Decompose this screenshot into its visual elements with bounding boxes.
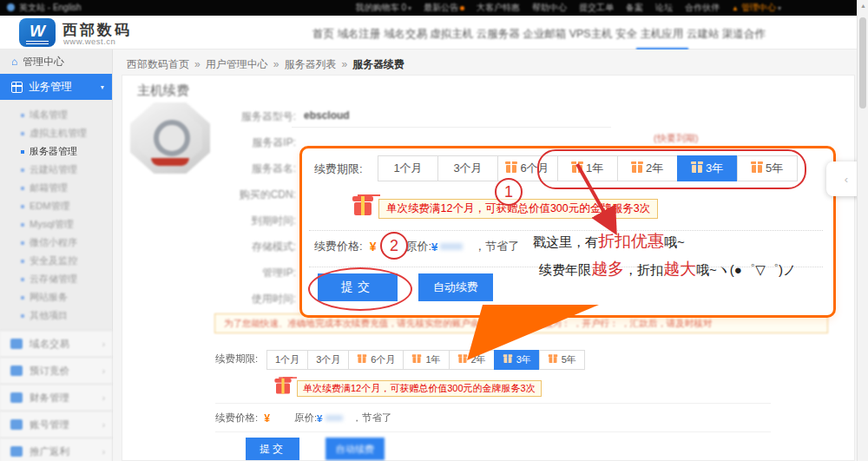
period-option-3year-selected[interactable]: 3年 bbox=[494, 350, 540, 370]
topbar-link-icp[interactable]: 备案 bbox=[626, 2, 643, 14]
sidebar-section-domain-trade[interactable]: 域名交易› bbox=[0, 330, 112, 357]
sidebar-item-server-active[interactable]: 服务器管理 bbox=[0, 142, 112, 161]
topbar-link-forum[interactable]: 论坛 bbox=[655, 2, 673, 14]
period-label: 续费期限: bbox=[314, 161, 363, 177]
nav-domain-trade[interactable]: 域名交易 bbox=[384, 27, 427, 42]
chevron-down-icon: ▾ bbox=[101, 83, 104, 91]
site-switch-label: 英文站 - English bbox=[19, 3, 82, 12]
gift-icon bbox=[503, 357, 511, 363]
step-1-badge: 1 bbox=[495, 178, 523, 206]
bullet-icon bbox=[21, 187, 24, 190]
west-logo[interactable]: W bbox=[19, 18, 56, 47]
nav-enterprise-mail[interactable]: 企业邮箱 bbox=[523, 27, 566, 42]
field-label-expiry: 到期时间: bbox=[211, 214, 296, 228]
chevron-right-icon: › bbox=[102, 420, 105, 430]
topbar-link-deals[interactable]: 大客户特惠 bbox=[477, 2, 520, 14]
topbar-link-partners[interactable]: 合作伙伴 bbox=[685, 2, 720, 14]
promo-text-small: 单次续费满12个月，可获赠总价值300元的金牌服务3次 bbox=[297, 380, 542, 397]
page-title: 主机续费 bbox=[137, 82, 189, 99]
topbar-link-help[interactable]: 帮助中心 bbox=[532, 2, 567, 14]
breadcrumb-home[interactable]: 西部数码首页 bbox=[127, 58, 189, 70]
sidebar-item-security-monitor[interactable]: 安全及监控 bbox=[0, 252, 112, 270]
nav-channel[interactable]: 渠道合作 bbox=[722, 27, 766, 42]
nav-domain-register[interactable]: 域名注册 bbox=[337, 27, 380, 42]
site-header: W 西部数码 www.west.cn 首页 域名注册 域名交易 虚拟主机 云服务… bbox=[0, 16, 868, 49]
chevron-right-icon: › bbox=[102, 339, 105, 349]
field-label-model: 服务器型号: bbox=[211, 109, 296, 124]
original-price-redacted bbox=[326, 415, 343, 421]
site-switch-link[interactable]: 英文站 - English bbox=[7, 2, 82, 14]
divider bbox=[215, 431, 771, 432]
period-label-small: 续费期限: bbox=[215, 352, 258, 366]
scrollbar-thumb[interactable] bbox=[859, 17, 866, 109]
field-value-expiring: (快要到期) bbox=[654, 132, 698, 145]
domain-trade-icon bbox=[10, 339, 23, 349]
nav-vps[interactable]: VPS主机 bbox=[569, 27, 613, 42]
gift-icon bbox=[752, 165, 762, 173]
nav-security[interactable]: 安全 bbox=[615, 27, 637, 42]
submit-button[interactable]: 提交 bbox=[318, 273, 398, 301]
breadcrumb-sep: » bbox=[341, 58, 347, 70]
sidebar-item-website-service[interactable]: 网站服务 bbox=[0, 288, 112, 306]
period-option-3year-selected[interactable]: 3年 bbox=[677, 155, 738, 181]
period-option-1month[interactable]: 1个月 bbox=[378, 155, 438, 181]
nav-cloud-server[interactable]: 云服务器 bbox=[477, 27, 520, 42]
sidebar-item-admin-center[interactable]: ⌂ 管理中心 bbox=[0, 49, 112, 74]
sidebar-item-domains[interactable]: 域名管理 bbox=[0, 106, 112, 124]
nav-host-apps-active[interactable]: 主机应用 bbox=[641, 27, 684, 42]
field-label-storage: 存储模式: bbox=[211, 240, 296, 254]
field-label-manage-ip: 管理IP: bbox=[211, 266, 296, 280]
bullet-icon bbox=[21, 114, 24, 117]
period-option-1year[interactable]: 1年 bbox=[403, 350, 449, 370]
topbar-link-announcements[interactable]: 最新公告 bbox=[424, 2, 464, 14]
nav-virtual-host[interactable]: 虚拟主机 bbox=[430, 27, 473, 42]
breadcrumb-user-center[interactable]: 用户管理中心 bbox=[206, 58, 268, 70]
grid-icon bbox=[11, 82, 23, 93]
sidebar-section-referral[interactable]: 推广返利› bbox=[0, 438, 112, 461]
top-utility-bar: 英文站 - English 我的购物车 0▾ 最新公告 大客户特惠 帮助中心 提… bbox=[0, 0, 868, 16]
scrollbar[interactable]: ▲ bbox=[857, 0, 868, 461]
gift-icon bbox=[354, 202, 372, 215]
auto-renew-button[interactable]: 自动续费 bbox=[418, 273, 493, 301]
price-currency: ¥ bbox=[370, 240, 377, 254]
period-option-2year[interactable]: 2年 bbox=[449, 350, 495, 370]
sidebar-item-edm[interactable]: EDM管理 bbox=[0, 197, 112, 215]
gift-icon bbox=[549, 357, 556, 363]
cart-link[interactable]: 我的购物车 0▾ bbox=[356, 2, 411, 14]
bullet-icon bbox=[21, 205, 24, 208]
sidebar-item-miniprogram[interactable]: 微信小程序 bbox=[0, 234, 112, 252]
sidebar-item-other[interactable]: 其他项目 bbox=[0, 306, 112, 325]
red-arrow bbox=[558, 154, 662, 236]
admin-center-link[interactable]: ▲管理中心▾ bbox=[732, 2, 781, 14]
period-option-5year[interactable]: 5年 bbox=[539, 350, 585, 370]
original-price-currency: ¥ bbox=[317, 413, 322, 424]
sidebar-item-site-builder[interactable]: 云建站管理 bbox=[0, 161, 112, 179]
auto-renew-button-small[interactable]: 自动续费 bbox=[326, 438, 385, 460]
submit-button-small[interactable]: 提交 bbox=[246, 438, 299, 460]
promo-row-small: 单次续费满12个月，可获赠总价值300元的金牌服务3次 bbox=[274, 380, 542, 397]
sidebar-item-virtual-host[interactable]: 虚拟主机管理 bbox=[0, 124, 112, 142]
breadcrumb-server-list[interactable]: 服务器列表 bbox=[284, 58, 336, 70]
sidebar-section-preorder[interactable]: 预订竞价› bbox=[0, 357, 112, 384]
period-options-small: 1个月 3个月 6个月 1年 2年 3年 5年 bbox=[267, 350, 585, 370]
nav-site-builder[interactable]: 云建站 bbox=[687, 27, 720, 42]
period-option-1month[interactable]: 1个月 bbox=[266, 350, 308, 370]
sidebar-item-mailbox[interactable]: 邮箱管理 bbox=[0, 179, 112, 197]
sidebar-section-finance[interactable]: 财务管理› bbox=[0, 384, 112, 411]
original-price-label: 原价: bbox=[405, 239, 431, 254]
sidebar-section-account[interactable]: 账号管理› bbox=[0, 411, 112, 438]
sidebar-section-business[interactable]: 业务管理 ▾ bbox=[0, 74, 112, 100]
preorder-icon bbox=[10, 366, 23, 376]
original-price-currency: ¥ bbox=[431, 240, 437, 254]
sidebar-item-mysql[interactable]: Mysql管理 bbox=[0, 215, 112, 234]
sidebar-item-cloud-storage[interactable]: 云存储管理 bbox=[0, 270, 112, 288]
period-option-3month[interactable]: 3个月 bbox=[437, 155, 498, 181]
period-option-6month[interactable]: 6个月 bbox=[348, 350, 404, 370]
chevron-right-icon: › bbox=[102, 393, 105, 403]
nav-home[interactable]: 首页 bbox=[312, 27, 334, 42]
period-option-5year[interactable]: 5年 bbox=[737, 155, 798, 181]
period-option-3month[interactable]: 3个月 bbox=[307, 350, 349, 370]
topbar-link-ticket[interactable]: 提交工单 bbox=[579, 2, 614, 14]
price-label: 续费价格: bbox=[215, 412, 258, 425]
original-price-redacted bbox=[440, 243, 463, 250]
